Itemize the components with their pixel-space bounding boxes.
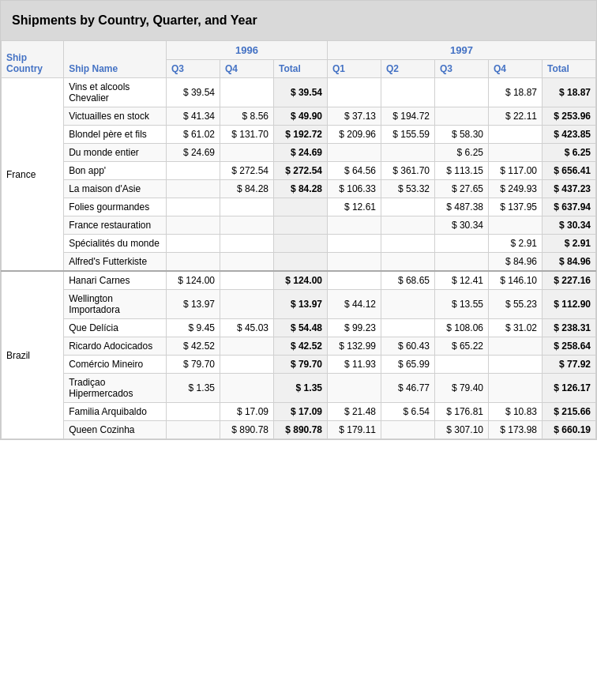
q1_97-cell: $ 99.23: [327, 319, 381, 337]
table-row: France restauration$ 30.34$ 30.34: [2, 216, 596, 235]
q1_97-cell: [327, 271, 381, 290]
total_97-cell: $ 423.85: [542, 126, 595, 144]
total_96-cell: $ 24.69: [273, 144, 327, 162]
ship-name-cell: Ricardo Adocicados: [64, 337, 167, 356]
ship-header: Ship Name: [64, 41, 167, 78]
q2_97-cell: $ 194.72: [381, 107, 434, 126]
total_96-cell: $ 39.54: [273, 78, 327, 107]
table-row: Victuailles en stock$ 41.34$ 8.56$ 49.90…: [2, 107, 596, 126]
table-row: Folies gourmandes$ 12.61$ 487.38$ 137.95…: [2, 198, 596, 216]
q4_97-cell: $ 55.23: [488, 290, 542, 319]
table-row: Tradiçao Hipermercados$ 1.35$ 1.35$ 46.7…: [2, 374, 596, 403]
total_97-cell: $ 2.91: [542, 235, 595, 253]
q3_97-cell: $ 27.65: [434, 180, 488, 198]
q3_97-cell: $ 176.81: [434, 403, 488, 421]
q3_97-cell: $ 13.55: [434, 290, 488, 319]
q4_97-cell: $ 10.83: [488, 403, 542, 421]
q3_97-cell: $ 12.41: [434, 271, 488, 290]
q1_97-cell: [327, 78, 381, 107]
q4_97-cell: [488, 337, 542, 356]
q3_97-cell: $ 307.10: [434, 421, 488, 439]
ship-name-cell: France restauration: [64, 216, 167, 235]
ship-name-cell: Wellington Importadora: [64, 290, 167, 319]
q2_97-cell: [381, 421, 434, 439]
table-container: Ship Country Ship Name 1996 1997 Q3 Q4 T…: [1, 40, 596, 439]
ship-name-cell: Victuailles en stock: [64, 107, 167, 126]
q4_97-cell: $ 22.11: [488, 107, 542, 126]
q4_97-cell: $ 2.91: [488, 235, 542, 253]
q1_97-cell: $ 106.33: [327, 180, 381, 198]
table-body: FranceVins et alcools Chevalier$ 39.54$ …: [2, 78, 596, 439]
q4_96-cell: $ 45.03: [220, 319, 273, 337]
ship-name-cell: Que Delícia: [64, 319, 167, 337]
q3_96-cell: $ 124.00: [166, 271, 220, 290]
q4_96-cell: $ 131.70: [220, 126, 273, 144]
q2_97-cell: $ 46.77: [381, 374, 434, 403]
table-row: Comércio Mineiro$ 79.70$ 79.70$ 11.93$ 6…: [2, 356, 596, 374]
q1_97-cell: $ 44.12: [327, 290, 381, 319]
year-1997-header: 1997: [327, 41, 595, 60]
ship-name-cell: Bon app': [64, 162, 167, 180]
q3_97-cell: [434, 356, 488, 374]
q4_97-cell: [488, 144, 542, 162]
table-row: Que Delícia$ 9.45$ 45.03$ 54.48$ 99.23$ …: [2, 319, 596, 337]
total_97-cell: $ 18.87: [542, 78, 595, 107]
total_97-cell: $ 253.96: [542, 107, 595, 126]
total_96-cell: $ 192.72: [273, 126, 327, 144]
q2_97-cell: $ 155.59: [381, 126, 434, 144]
table-row: Queen Cozinha$ 890.78$ 890.78$ 179.11$ 3…: [2, 421, 596, 439]
q1_97-cell: [327, 144, 381, 162]
ship-name-cell: Tradiçao Hipermercados: [64, 374, 167, 403]
q2_97-cell: $ 361.70: [381, 162, 434, 180]
total-96-header: Total: [273, 60, 327, 78]
q2_97-cell: [381, 235, 434, 253]
q1_97-cell: [327, 253, 381, 272]
country-header: Ship Country: [2, 41, 64, 78]
table-row: Ricardo Adocicados$ 42.52$ 42.52$ 132.99…: [2, 337, 596, 356]
q2_97-cell: $ 65.99: [381, 356, 434, 374]
q3-96-header: Q3: [166, 60, 220, 78]
q4_96-cell: [220, 271, 273, 290]
q2_97-cell: $ 60.43: [381, 337, 434, 356]
q4_97-cell: $ 84.96: [488, 253, 542, 272]
q1-97-header: Q1: [327, 60, 381, 78]
country-cell: France: [2, 78, 64, 272]
ship-name-cell: Folies gourmandes: [64, 198, 167, 216]
q4_96-cell: [220, 290, 273, 319]
page-title: Shipments by Country, Quarter, and Year: [1, 1, 596, 40]
q1_97-cell: $ 11.93: [327, 356, 381, 374]
q1_97-cell: $ 179.11: [327, 421, 381, 439]
q4_97-cell: [488, 126, 542, 144]
q1_97-cell: [327, 235, 381, 253]
q3_96-cell: $ 1.35: [166, 374, 220, 403]
q2_97-cell: $ 68.65: [381, 271, 434, 290]
table-row: Blondel père et fils$ 61.02$ 131.70$ 192…: [2, 126, 596, 144]
total_96-cell: [273, 216, 327, 235]
data-table: Ship Country Ship Name 1996 1997 Q3 Q4 T…: [1, 40, 596, 439]
total_97-cell: $ 30.34: [542, 216, 595, 235]
q1_97-cell: [327, 216, 381, 235]
q3_96-cell: $ 13.97: [166, 290, 220, 319]
total_96-cell: $ 42.52: [273, 337, 327, 356]
q1_97-cell: $ 12.61: [327, 198, 381, 216]
q3_96-cell: [166, 253, 220, 272]
q4_96-cell: [220, 235, 273, 253]
total_97-cell: $ 238.31: [542, 319, 595, 337]
q3_96-cell: [166, 421, 220, 439]
q3_97-cell: $ 79.40: [434, 374, 488, 403]
total_97-cell: $ 660.19: [542, 421, 595, 439]
q2_97-cell: [381, 319, 434, 337]
total_97-cell: $ 77.92: [542, 356, 595, 374]
q4_96-cell: [220, 198, 273, 216]
q4_97-cell: $ 117.00: [488, 162, 542, 180]
ship-name-cell: Alfred's Futterkiste: [64, 253, 167, 272]
total_96-cell: $ 890.78: [273, 421, 327, 439]
q3_96-cell: $ 79.70: [166, 356, 220, 374]
q4_96-cell: [220, 144, 273, 162]
total_96-cell: $ 124.00: [273, 271, 327, 290]
page-container: Shipments by Country, Quarter, and Year …: [0, 0, 597, 440]
total_97-cell: $ 112.90: [542, 290, 595, 319]
total_97-cell: $ 637.94: [542, 198, 595, 216]
total_97-cell: $ 437.23: [542, 180, 595, 198]
q2_97-cell: [381, 253, 434, 272]
